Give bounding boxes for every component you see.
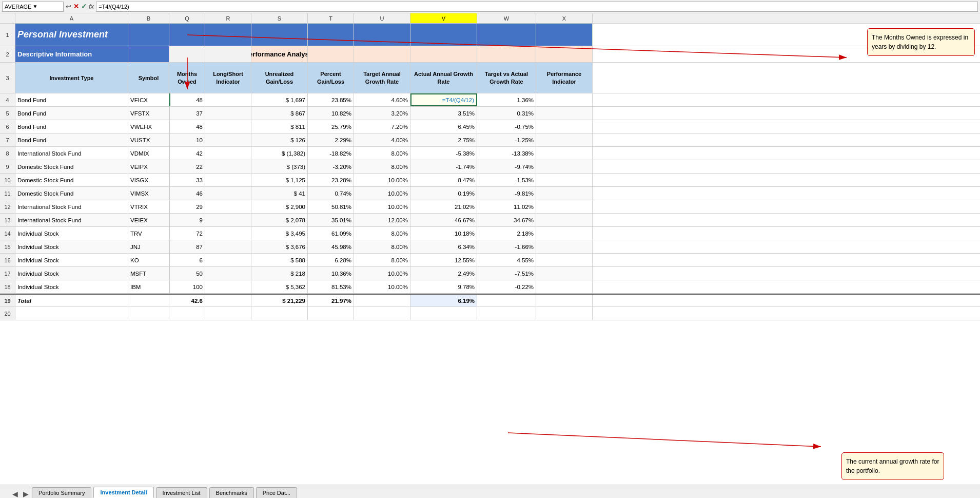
cell-r17[interactable]	[205, 267, 251, 280]
cell-t10[interactable]: 23.28%	[308, 174, 354, 186]
cell-w3[interactable]: Target vs Actual Growth Rate	[477, 63, 536, 93]
cell-v9[interactable]: -1.74%	[410, 160, 477, 173]
cell-t5[interactable]: 10.82%	[308, 107, 354, 120]
cell-a3[interactable]: Investment Type	[15, 63, 128, 93]
cell-s20[interactable]	[251, 307, 308, 320]
cell-v12[interactable]: 21.02%	[410, 200, 477, 213]
cell-s1[interactable]	[251, 24, 308, 46]
cell-x16[interactable]	[536, 254, 593, 266]
col-header-x[interactable]: X	[536, 13, 593, 23]
cell-b8[interactable]: VDMIX	[128, 147, 169, 160]
tab-next[interactable]: ▶	[21, 490, 31, 498]
cell-t13[interactable]: 35.01%	[308, 214, 354, 226]
cell-t3[interactable]: Percent Gain/Loss	[308, 63, 354, 93]
cell-x6[interactable]	[536, 120, 593, 133]
cell-w10[interactable]: -1.53%	[477, 174, 536, 186]
cell-b13[interactable]: VEIEX	[128, 214, 169, 226]
cell-t9[interactable]: -3.20%	[308, 160, 354, 173]
cell-a9[interactable]: Domestic Stock Fund	[15, 160, 128, 173]
cell-r19[interactable]	[205, 295, 251, 307]
cell-t15[interactable]: 45.98%	[308, 240, 354, 253]
cell-b2[interactable]	[128, 46, 169, 62]
cell-q7[interactable]: 10	[169, 133, 205, 146]
cell-q4[interactable]: 48	[169, 93, 205, 106]
cell-w5[interactable]: 0.31%	[477, 107, 536, 120]
cell-b14[interactable]: TRV	[128, 227, 169, 240]
cell-s3[interactable]: Unrealized Gain/Loss	[251, 63, 308, 93]
cell-w17[interactable]: -7.51%	[477, 267, 536, 280]
cell-b20[interactable]	[128, 307, 169, 320]
col-header-s[interactable]: S	[251, 13, 308, 23]
cell-s12[interactable]: $ 2,900	[251, 200, 308, 213]
cell-q18[interactable]: 100	[169, 280, 205, 293]
cell-x12[interactable]	[536, 200, 593, 213]
col-header-t[interactable]: T	[308, 13, 354, 23]
cell-w6[interactable]: -0.75%	[477, 120, 536, 133]
cell-q3[interactable]: Months Owned	[169, 63, 205, 93]
cell-s2[interactable]: Performance Analysis	[251, 46, 308, 62]
cell-w2[interactable]	[477, 46, 536, 62]
cell-a10[interactable]: Domestic Stock Fund	[15, 174, 128, 186]
cell-v6[interactable]: 6.45%	[410, 120, 477, 133]
cell-b16[interactable]: KO	[128, 254, 169, 266]
cell-t18[interactable]: 81.53%	[308, 280, 354, 293]
cell-r1[interactable]	[205, 24, 251, 46]
cell-x19[interactable]	[536, 295, 593, 307]
cell-v8[interactable]: -5.38%	[410, 147, 477, 160]
cell-q16[interactable]: 6	[169, 254, 205, 266]
cell-b4[interactable]: VFICX	[128, 93, 169, 106]
cell-s4[interactable]: $ 1,697	[251, 93, 308, 106]
cell-a8[interactable]: International Stock Fund	[15, 147, 128, 160]
cell-t11[interactable]: 0.74%	[308, 187, 354, 200]
cell-s13[interactable]: $ 2,078	[251, 214, 308, 226]
cell-r2[interactable]	[205, 46, 251, 62]
col-header-q[interactable]: Q	[169, 13, 205, 23]
cell-w13[interactable]: 34.67%	[477, 214, 536, 226]
cell-a11[interactable]: Domestic Stock Fund	[15, 187, 128, 200]
cell-x10[interactable]	[536, 174, 593, 186]
cell-a2[interactable]: Descriptive Information	[15, 46, 128, 62]
cell-s7[interactable]: $ 126	[251, 133, 308, 146]
cell-q12[interactable]: 29	[169, 200, 205, 213]
cell-b5[interactable]: VFSTX	[128, 107, 169, 120]
cell-s5[interactable]: $ 867	[251, 107, 308, 120]
cell-w19[interactable]	[477, 295, 536, 307]
cell-w1[interactable]	[477, 24, 536, 46]
cell-v19[interactable]: 6.19%	[410, 295, 477, 307]
cell-s9[interactable]: $ (373)	[251, 160, 308, 173]
cell-q10[interactable]: 33	[169, 174, 205, 186]
cell-r20[interactable]	[205, 307, 251, 320]
cell-u2[interactable]	[354, 46, 410, 62]
cell-t12[interactable]: 50.81%	[308, 200, 354, 213]
cell-t14[interactable]: 61.09%	[308, 227, 354, 240]
cell-w12[interactable]: 11.02%	[477, 200, 536, 213]
cell-x2[interactable]	[536, 46, 593, 62]
cell-x5[interactable]	[536, 107, 593, 120]
col-header-w[interactable]: W	[477, 13, 536, 23]
cell-u7[interactable]: 4.00%	[354, 133, 410, 146]
cell-a20[interactable]	[15, 307, 128, 320]
col-header-a[interactable]: A	[15, 13, 128, 23]
cell-r11[interactable]	[205, 187, 251, 200]
cell-w16[interactable]: 4.55%	[477, 254, 536, 266]
cell-b11[interactable]: VIMSX	[128, 187, 169, 200]
cancel-icon[interactable]: ✕	[73, 3, 79, 10]
cell-t16[interactable]: 6.28%	[308, 254, 354, 266]
cell-s15[interactable]: $ 3,676	[251, 240, 308, 253]
cell-a15[interactable]: Individual Stock	[15, 240, 128, 253]
cell-b18[interactable]: IBM	[128, 280, 169, 293]
cell-w11[interactable]: -9.81%	[477, 187, 536, 200]
cell-w15[interactable]: -1.66%	[477, 240, 536, 253]
confirm-icon[interactable]: ✓	[81, 3, 87, 10]
cell-q6[interactable]: 48	[169, 120, 205, 133]
cell-r4[interactable]	[205, 93, 251, 106]
cell-v17[interactable]: 2.49%	[410, 267, 477, 280]
cell-t20[interactable]	[308, 307, 354, 320]
cell-r16[interactable]	[205, 254, 251, 266]
cell-u5[interactable]: 3.20%	[354, 107, 410, 120]
cell-v7[interactable]: 2.75%	[410, 133, 477, 146]
cell-w4[interactable]: 1.36%	[477, 93, 536, 106]
cell-s8[interactable]: $ (1,382)	[251, 147, 308, 160]
cell-x8[interactable]	[536, 147, 593, 160]
cell-s10[interactable]: $ 1,125	[251, 174, 308, 186]
